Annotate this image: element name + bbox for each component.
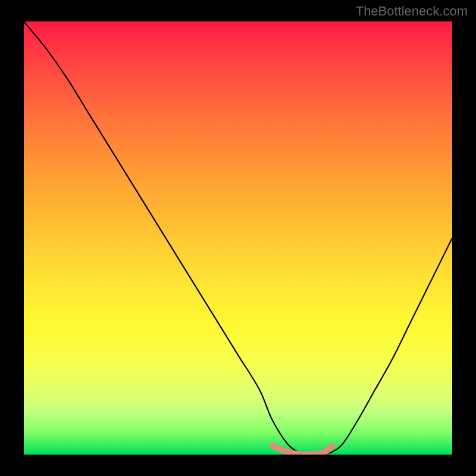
optimal-range-marker: [273, 446, 333, 455]
plot-area: [24, 21, 452, 455]
watermark-text: TheBottleneck.com: [356, 4, 468, 19]
bottleneck-curve: [24, 21, 452, 455]
plot-border: [0, 0, 476, 476]
chart-frame: TheBottleneck.com: [0, 0, 476, 476]
curve-layer: [24, 21, 452, 455]
